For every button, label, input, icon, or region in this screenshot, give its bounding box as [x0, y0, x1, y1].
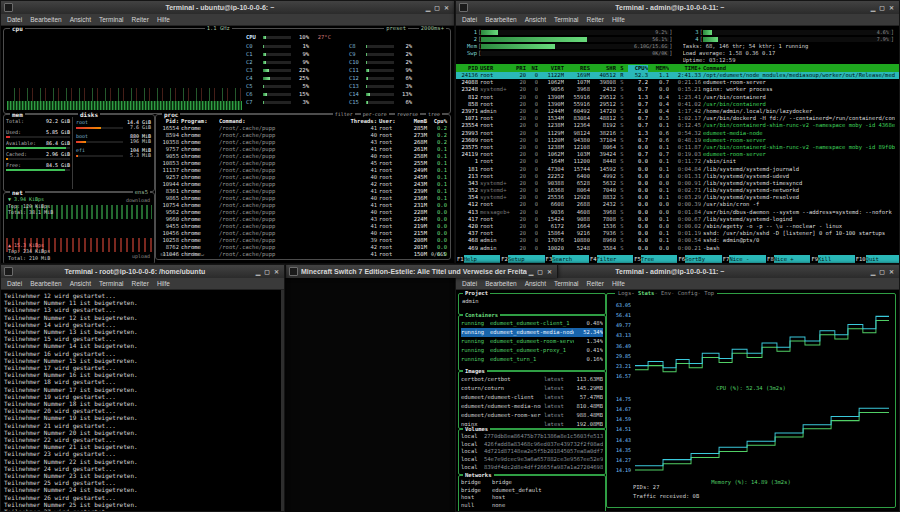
process-table-header[interactable]: PID USER PRI NI VIRT RES SHR S CPU% MEM%…: [456, 64, 899, 72]
menu-item[interactable]: Reiter: [587, 280, 604, 287]
process-row[interactable]: 812 root 20 0 1390M 55916 29512 S 1.3 0.…: [456, 94, 899, 101]
titlebar[interactable]: Terminal - ubuntu@ip-10-0-0-6: ~ ▁ ▢ ✕: [1, 1, 454, 14]
function-key[interactable]: F10 Quit: [855, 255, 899, 263]
network-row[interactable]: null none: [461, 502, 603, 510]
lazydocker-screen[interactable]: Project admin Containers running edumeet…: [456, 290, 899, 511]
minimize-icon[interactable]: ▁: [256, 268, 261, 275]
process-row[interactable]: 413 messageb+ 20 0 9036 4608 3968 S 0.0 …: [456, 209, 899, 216]
process-row[interactable]: 23993 root 20 0 1129M 98124 38216 S 1.3 …: [456, 130, 899, 137]
stats-panel[interactable]: LogsStatsEnvConfigTop 63.0556.4149.7743.…: [606, 293, 896, 508]
process-row[interactable]: 10944 chrome /root/.cache/pupp 42 root 2…: [156, 181, 450, 188]
volume-row[interactable]: local 426fadd8a83468c96ed037e439732f2f08…: [461, 441, 603, 449]
function-key[interactable]: F9 Kill: [810, 255, 854, 263]
process-row[interactable]: 9865 chrome /root/.cache/pupp 40 root 23…: [156, 195, 450, 202]
menu-item[interactable]: Terminal: [99, 16, 124, 23]
minimize-icon[interactable]: ▁: [529, 268, 534, 275]
process-row[interactable]: 24119 root 20 0 1062M 103M 39424 S 0.7 0…: [456, 151, 899, 158]
titlebar[interactable]: Terminal - admin@ip-10-0-0-11: ~ ▁ ▢ ✕: [456, 1, 899, 14]
menu-item[interactable]: Reiter: [587, 16, 604, 23]
container-row[interactable]: running edumeet_edumeet-room-server_1 1.…: [461, 337, 603, 346]
menu-item[interactable]: Bearbeiten: [30, 16, 61, 23]
process-row[interactable]: 11137 chrome /root/.cache/pupp 41 root 2…: [156, 167, 450, 174]
process-row[interactable]: 354 systemd+ 20 0 25536 12928 8832 S 0.0…: [456, 194, 899, 201]
process-row[interactable]: 9455 chrome /root/.cache/pupp 41 root 21…: [156, 223, 450, 230]
container-row[interactable]: running edumeet_edumeet-proxy_1 0.41%: [461, 346, 603, 355]
process-row[interactable]: 9257 chrome /root/.cache/pupp 40 root 24…: [156, 174, 450, 181]
close-icon[interactable]: ✕: [547, 268, 552, 275]
menu-item[interactable]: Terminal: [99, 280, 124, 287]
process-row[interactable]: 437 root 20 0 15864 9216 7936 S 0.0 0.1 …: [456, 230, 899, 237]
process-row[interactable]: 23575 root 20 0 1238M 12108 8064 S 0.0 0…: [456, 144, 899, 151]
process-row[interactable]: 23609 root 20 0 1120M 94380 37104 S 0.7 …: [456, 137, 899, 144]
net-box-title[interactable]: net: [10, 189, 25, 196]
update-interval[interactable]: 2000ms+: [419, 26, 446, 32]
mem-box-title[interactable]: mem: [10, 111, 25, 118]
panel-tab[interactable]: Stats: [631, 290, 654, 297]
container-row[interactable]: running edumeet_edumeet-media-node_1 52.…: [461, 328, 603, 337]
function-key[interactable]: F8 Nice +: [766, 255, 810, 263]
close-icon[interactable]: ✕: [444, 4, 449, 11]
menu-item[interactable]: Datei: [7, 280, 22, 287]
menu-item[interactable]: Terminal: [554, 280, 579, 287]
minimize-icon[interactable]: ▁: [871, 268, 876, 275]
process-row[interactable]: 10258 chrome /root/.cache/pupp 39 root 2…: [156, 237, 450, 244]
volume-row[interactable]: local 2770db8ea86475b77b1386a8e1c5603fe5…: [461, 433, 603, 441]
function-key[interactable]: F7 Nice -: [722, 255, 766, 263]
process-row[interactable]: 8361 chrome /root/.cache/pupp 41 root 23…: [156, 188, 450, 195]
process-row[interactable]: 1071 root 20 0 1534M 83084 48812 S 0.7 0…: [456, 115, 899, 122]
volume-row[interactable]: local 4d721d87148ea2e5f5b201845057ea8a0d…: [461, 448, 603, 456]
proc-table-header[interactable]: Pid: Program: Command: Threads: User: Me…: [156, 118, 450, 125]
menu-item[interactable]: Ansicht: [70, 16, 91, 23]
process-row[interactable]: 420 root 20 0 6172 1664 1536 S 0.0 0.0 0…: [456, 223, 899, 230]
proc-box-title[interactable]: proc: [162, 111, 180, 118]
log-screen[interactable]: Teilnehmer 12 wird gestartet...Teilnehme…: [1, 290, 284, 511]
menu-item[interactable]: Bearbeiten: [485, 280, 516, 287]
preset-label[interactable]: preset: [384, 26, 408, 32]
maximize-icon[interactable]: ▢: [537, 268, 543, 275]
proc-option[interactable]: per-core: [361, 111, 389, 118]
container-row[interactable]: running edumeet_turn_1 0.16%: [461, 355, 603, 364]
close-icon[interactable]: ✕: [274, 268, 279, 275]
menu-item[interactable]: Datei: [462, 280, 477, 287]
containers-panel[interactable]: Containers running edumeet_edumeet-clien…: [458, 315, 606, 371]
function-key[interactable]: F1 Help: [456, 255, 500, 263]
container-row[interactable]: running edumeet_edumeet-client_1 0.48%: [461, 319, 603, 328]
process-row[interactable]: 10358 chrome /root/.cache/pupp 43 root 2…: [156, 139, 450, 146]
image-row[interactable]: edumeet/edumeet-client latest 57.47MB: [461, 393, 603, 402]
panel-tab[interactable]: Logs: [618, 290, 631, 297]
image-row[interactable]: edumeet/edumeet-room-server latest 988.4…: [461, 411, 603, 420]
function-key[interactable]: F3 Search: [545, 255, 589, 263]
process-row[interactable]: 352 systemd+ 20 0 16368 8064 7040 S 0.0 …: [456, 187, 899, 194]
process-row[interactable]: 9055 chrome /root/.cache/pupp 40 root 25…: [156, 153, 450, 160]
function-key[interactable]: F2 Setup: [500, 255, 544, 263]
menu-item[interactable]: Datei: [7, 16, 22, 23]
process-row[interactable]: 213 root 20 0 22252 6400 4992 S 0.0 0.0 …: [456, 173, 899, 180]
process-row[interactable]: 343 systemd+ 20 0 90388 6528 5632 S 0.0 …: [456, 180, 899, 187]
proc-option[interactable]: tree: [426, 111, 442, 118]
function-key[interactable]: F6 SortBy: [677, 255, 721, 263]
menu-item[interactable]: Datei: [462, 16, 477, 23]
process-row[interactable]: 23971 admin 20 0 1244M 60492 14720 S 2.0…: [456, 108, 899, 115]
process-row[interactable]: 8594 chrome /root/.cache/pupp 40 root 27…: [156, 132, 450, 139]
process-row[interactable]: 23554 root 20 0 1238M 12364 8192 S 0.7 0…: [456, 122, 899, 129]
process-row[interactable]: 24136 root 20 0 1122M 169M 40512 R 52.3 …: [456, 72, 899, 79]
process-row[interactable]: 181 root 20 0 47304 15744 14592 S 0.0 0.…: [456, 165, 899, 172]
menu-item[interactable]: Hilfe: [157, 16, 170, 23]
process-row[interactable]: 9660 chrome /root/.cache/pupp 43 root 22…: [156, 216, 450, 223]
process-row[interactable]: 10754 chrome /root/.cache/pupp 41 root 2…: [156, 202, 450, 209]
htop-screen[interactable]: 1 9.2% 2 56.1% Mem 6.10G/15.6G Swp 0K/0K…: [456, 26, 899, 263]
panel-tab[interactable]: Config: [671, 290, 698, 297]
menu-item[interactable]: Ansicht: [525, 16, 546, 23]
process-row[interactable]: 8762 chrome /root/.cache/pupp 42 root 20…: [156, 244, 450, 251]
menu-item[interactable]: Bearbeiten: [30, 280, 61, 287]
close-icon[interactable]: ✕: [889, 268, 894, 275]
process-row[interactable]: 469 admin 20 0 10020 5248 3584 S 0.0 0.0…: [456, 245, 899, 252]
process-row[interactable]: 1 root 20 0 164M 11200 8448 S 0.0 0.1 0:…: [456, 158, 899, 165]
process-row[interactable]: 24088 root 20 0 1062M 107M 39808 S 7.2 0…: [456, 79, 899, 86]
image-row[interactable]: edumeet/edumeet-media-node latest 810.48…: [461, 402, 603, 411]
btop-screen[interactable]: cpu 1.1 GHz preset 2000ms+ CPU 10% 27°C …: [1, 26, 454, 263]
close-icon[interactable]: ✕: [889, 4, 894, 11]
menu-item[interactable]: Ansicht: [70, 280, 91, 287]
process-row[interactable]: 16554 chrome /root/.cache/pupp 41 root 2…: [156, 125, 450, 132]
panel-tab[interactable]: Top: [698, 290, 715, 297]
